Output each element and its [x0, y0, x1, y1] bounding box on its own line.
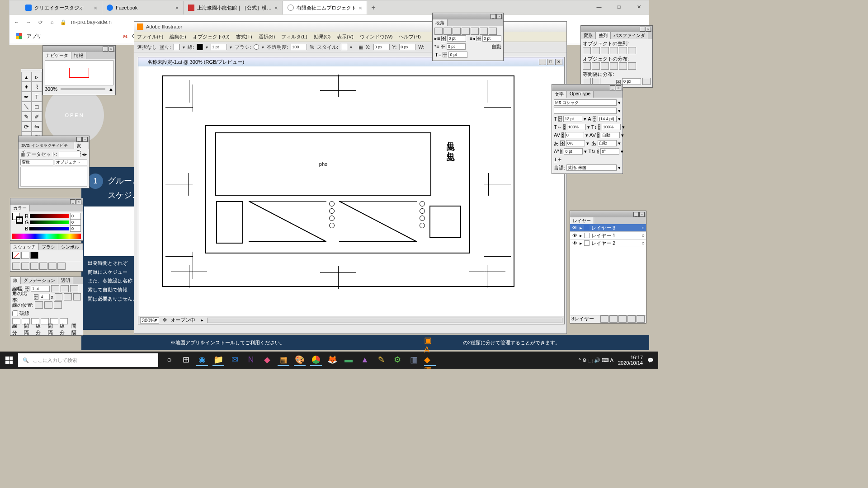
magic-wand-tool[interactable]: ✦ [21, 82, 32, 92]
panel-minimize-icon[interactable]: _ [491, 14, 496, 19]
none-swatch[interactable] [12, 252, 20, 259]
taskbar-search[interactable]: 🔍ここに入力して検索 [18, 353, 158, 367]
align-center-icon[interactable] [35, 301, 43, 309]
align-outside-icon[interactable] [54, 301, 62, 309]
align-vcenter-icon[interactable] [619, 47, 627, 54]
variables-tab[interactable]: 変数 [74, 142, 89, 149]
color-spectrum[interactable] [12, 234, 81, 239]
opacity-input[interactable]: 100 [291, 44, 307, 50]
app-icon[interactable]: ✎ [375, 354, 387, 366]
new-layer-icon[interactable] [627, 315, 636, 323]
transform-tab[interactable]: 変形 [581, 32, 596, 39]
swatches-tab[interactable]: スウォッチ [10, 244, 39, 250]
line-tool[interactable]: ＼ [21, 102, 32, 112]
menu-effect[interactable]: 効果(C) [314, 33, 330, 40]
rotate-tool[interactable]: ⟳ [21, 122, 32, 131]
zoom-slider[interactable] [61, 88, 105, 90]
rectangle-tool[interactable]: □ [32, 102, 42, 112]
panel-close-icon[interactable]: × [496, 14, 502, 19]
navigator-tab[interactable]: ナビゲータ [43, 52, 71, 59]
delete-swatch-icon[interactable] [57, 263, 66, 270]
panel-minimize-icon[interactable]: _ [76, 137, 82, 142]
menu-window[interactable]: ウィンドウ(W) [360, 33, 393, 40]
align-grid-icon[interactable]: ▦ [359, 44, 363, 50]
menu-filter[interactable]: フィルタ(L) [281, 33, 307, 40]
g-input[interactable]: 0 [70, 219, 81, 225]
edge-icon[interactable]: ◉ [196, 354, 208, 366]
pathfinder-tab[interactable]: パスファインダ [611, 32, 648, 39]
illustrator-taskbar-icon[interactable]: ▣ A ◆ ▥ ▣ [424, 354, 436, 366]
align-center-icon[interactable] [443, 28, 452, 35]
reflect-tool[interactable]: ⇋ [32, 122, 42, 131]
swatch-libraries-icon[interactable] [12, 263, 20, 270]
close-icon[interactable]: × [359, 5, 363, 11]
forward-button[interactable]: → [25, 19, 32, 26]
mountain-icon[interactable]: ▲ [108, 86, 113, 92]
r-input[interactable]: 0 [70, 213, 81, 219]
dashed-checkbox[interactable] [12, 310, 18, 316]
fill-stroke-indicator[interactable] [12, 213, 23, 233]
justify-center-icon[interactable] [471, 28, 479, 35]
font-size-input[interactable]: 12 pt [563, 116, 582, 122]
menu-edit[interactable]: 編集(E) [170, 33, 186, 40]
browser-tab[interactable]: 上海豫園小龍包館｜［公式］横…× [184, 1, 283, 14]
doc-maximize-button[interactable]: □ [547, 59, 554, 65]
maximize-button[interactable]: □ [609, 0, 629, 13]
transparency-tab[interactable]: 透明 [58, 277, 73, 284]
layer-row[interactable]: 👁▸レイヤー 3○ [570, 224, 646, 232]
gap-input[interactable]: 0 px [622, 78, 641, 84]
vscale-input[interactable]: 100% [602, 124, 621, 130]
gmail-icon[interactable]: M [123, 33, 127, 39]
horizontal-scrollbar[interactable] [207, 318, 562, 323]
layer-row[interactable]: 👁▸レイヤー 2○ [570, 239, 646, 247]
new-tab-button[interactable]: + [367, 4, 380, 12]
dist-bottom-icon[interactable] [601, 62, 609, 70]
dist-vcenter-icon[interactable] [592, 62, 600, 70]
close-icon[interactable]: × [274, 5, 278, 11]
b-input[interactable]: 0 [70, 225, 81, 232]
menu-help[interactable]: ヘルプ(H) [399, 33, 420, 40]
strikethrough-icon[interactable]: T [558, 157, 561, 162]
svg-tab[interactable]: SVG インタラクティビティ [19, 142, 74, 149]
g-slider[interactable] [30, 221, 69, 224]
clipping-mask-icon[interactable] [609, 315, 618, 323]
font-family-select[interactable]: MS ゴシック [554, 99, 617, 106]
justify-right-icon[interactable] [480, 28, 488, 35]
doc-minimize-button[interactable]: _ [539, 59, 546, 65]
outlook-icon[interactable]: ✉ [229, 354, 241, 366]
app-icon[interactable]: ▦ [278, 354, 289, 366]
menu-object[interactable]: オブジェクト(O) [193, 33, 230, 40]
tray-icons[interactable]: ^ ⚙ ⬚ 🔊 ⌨ A [579, 357, 613, 363]
pen-tool[interactable]: ✒ [21, 92, 32, 102]
panel-minimize-icon[interactable]: _ [640, 27, 645, 32]
dist-top-icon[interactable] [583, 62, 591, 70]
tracking-input[interactable]: 0 [565, 132, 584, 138]
minimize-button[interactable]: — [589, 0, 609, 13]
join-round-icon[interactable] [64, 293, 71, 300]
eye-icon[interactable]: 👁 [571, 240, 578, 246]
dist-hcenter-icon[interactable] [619, 62, 627, 70]
doc-close-button[interactable]: ✕ [555, 59, 562, 65]
character-tab[interactable]: 文字 [552, 91, 567, 98]
panel-close-icon[interactable]: × [108, 47, 114, 52]
aki-input[interactable]: 自動 [598, 140, 617, 146]
align-left-icon[interactable] [583, 47, 591, 54]
justify-left-icon[interactable] [462, 28, 470, 35]
eye-icon[interactable]: 👁 [571, 233, 578, 238]
align-top-icon[interactable] [610, 47, 618, 54]
hand-icon[interactable]: ✥ [163, 317, 167, 323]
char-rotate-input[interactable]: 0° [600, 148, 619, 155]
browser-tab[interactable]: Facebook× [102, 1, 184, 14]
swatch-options-icon[interactable] [30, 263, 38, 270]
x-input[interactable]: 0 px [373, 44, 390, 50]
taskbar-clock[interactable]: 16:17 2020/10/14 [618, 355, 643, 366]
align-to-icon[interactable] [642, 78, 651, 85]
align-left-icon[interactable] [434, 28, 443, 35]
menu-type[interactable]: 書式(T) [236, 33, 252, 40]
system-tray[interactable]: ^ ⚙ ⬚ 🔊 ⌨ A 16:17 2020/10/14 💬 [574, 355, 658, 366]
gradient-tab[interactable]: グラデーション [21, 277, 58, 284]
firefox-icon[interactable]: 🦊 [326, 354, 338, 366]
join-bevel-icon[interactable] [73, 293, 81, 300]
navigator-preview[interactable] [45, 60, 113, 85]
join-miter-icon[interactable] [55, 293, 62, 300]
